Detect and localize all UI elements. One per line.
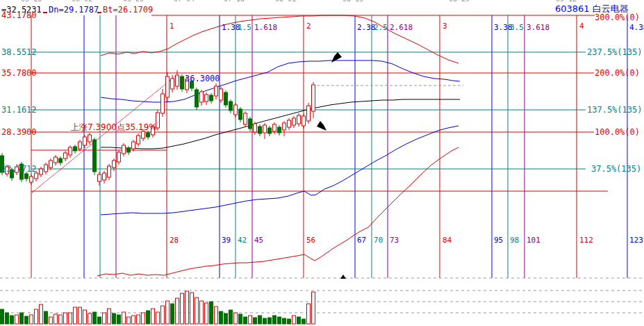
volume-bar (288, 319, 291, 324)
volume-bar (263, 318, 267, 324)
volume-bar (190, 293, 194, 324)
lower-red-band-curve (97, 147, 459, 276)
volume-bar (88, 313, 92, 324)
candle-body (200, 92, 204, 102)
date-label: 05-13 (21, 0, 42, 3)
candle-body (268, 128, 272, 133)
volume-bar (254, 318, 257, 324)
volume-bar (283, 318, 286, 324)
price-label: 31.1612 (1, 106, 37, 114)
volume-bar (98, 317, 101, 324)
volume-bar (20, 313, 24, 324)
rise-annotation: 上涨7.3900点35.19% (71, 123, 157, 131)
candle-body (254, 124, 257, 132)
volume-bar (161, 306, 165, 324)
candle-body (117, 152, 121, 162)
bar-count-label: 101 (527, 236, 540, 244)
price-label: 35.7800 (1, 69, 37, 77)
candle-body (142, 131, 145, 138)
date-label: 09-12 (556, 0, 577, 3)
volume-bar (156, 312, 160, 324)
price-label: 28.3900 (1, 128, 37, 136)
percent-label: 300.0%(0) (595, 13, 640, 22)
fib-ratio-label: 1 (170, 22, 174, 30)
volume-bar (224, 313, 228, 324)
bar-count-label: 42 (238, 236, 247, 244)
volume-bar (147, 311, 150, 324)
volume-bar (210, 302, 213, 324)
volume-bar (25, 316, 28, 324)
volume-bar (40, 304, 43, 324)
bar-count-label: 73 (390, 236, 399, 244)
candle-body (239, 109, 242, 120)
candle-body (171, 79, 174, 89)
date-label: 06-20 (123, 0, 144, 3)
candle-body (93, 140, 97, 172)
volume-bar (10, 316, 14, 324)
volume-bar (151, 309, 155, 324)
volume-bar (195, 298, 199, 324)
bar-count-label: 70 (374, 236, 383, 244)
candle-body (98, 174, 101, 181)
volume-bar (83, 310, 87, 324)
volume-bar (59, 315, 63, 324)
volume-bar (93, 312, 97, 324)
volume-bar (35, 309, 38, 324)
volume-bar (113, 313, 116, 324)
percent-label: 237.5%(135) (587, 48, 642, 56)
volume-bar (268, 318, 272, 324)
bar-count-label: 28 (170, 236, 179, 244)
volume-bar (74, 307, 77, 324)
volume-bar (6, 313, 9, 324)
volume-bar (273, 316, 276, 324)
legend-tick-icon (43, 12, 47, 13)
volume-bar (142, 313, 145, 324)
candle-body (137, 136, 140, 144)
candle-body (273, 124, 276, 131)
percent-label: 200.0%(0) (595, 69, 640, 77)
date-label: 07-04 (174, 0, 195, 3)
volume-bar (307, 304, 311, 324)
price-label: 43.1780 (1, 11, 37, 19)
candle-body (103, 173, 106, 180)
volume-bar (64, 313, 67, 324)
volume-bar (44, 311, 48, 324)
candle-body (166, 76, 170, 97)
bar-count-label: 95 (494, 236, 503, 244)
arrow-down-right-icon (317, 121, 327, 131)
candle-body (288, 120, 291, 127)
volume-bar (176, 298, 179, 324)
volume-bar (229, 310, 233, 324)
bar-count-label: 56 (306, 236, 315, 244)
stock-chart-window: 05-1306-0206-2007-0407-1808-0108-1508-29… (0, 0, 644, 326)
candle-body (278, 127, 281, 133)
candle-body (263, 125, 267, 133)
chart-canvas[interactable] (0, 0, 644, 326)
volume-bar (215, 307, 218, 324)
fib-ratio-label: 2.5 (374, 24, 388, 31)
candle-body (283, 123, 286, 130)
volume-bar (117, 315, 121, 324)
volume-bar (166, 301, 170, 324)
candle-body (220, 89, 223, 100)
percent-label: 37.5%(135) (591, 165, 641, 173)
candle-body (244, 113, 247, 124)
volume-bar (185, 291, 189, 324)
candle-body (108, 166, 111, 177)
fib-ratio-label: 1.618 (254, 24, 277, 31)
bar-count-label: 98 (510, 236, 519, 244)
volume-bar (15, 315, 19, 324)
volume-bar (30, 315, 33, 324)
date-label: 08-01 (275, 0, 296, 3)
volume-bar (200, 301, 204, 324)
upper-blue-band-curve (101, 60, 460, 102)
candle-body (210, 95, 213, 101)
volume-bar (292, 316, 296, 324)
volume-bar (312, 292, 315, 324)
candle-body (161, 94, 165, 113)
candle-body (54, 157, 58, 163)
volume-bar (1, 309, 4, 324)
candle-body (35, 173, 38, 179)
bar-count-label: 112 (579, 236, 593, 244)
fib-ratio-label: 4 (579, 22, 584, 30)
